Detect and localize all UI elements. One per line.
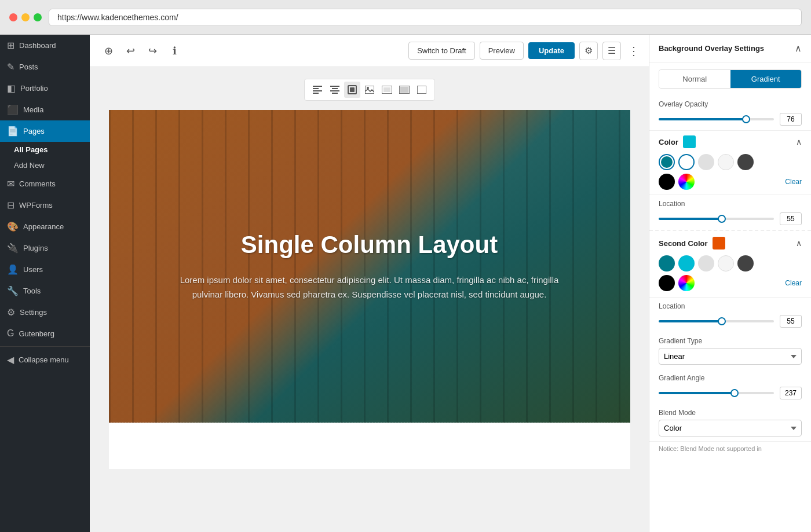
color-swatch-black[interactable] xyxy=(659,174,675,190)
right-panel: Background Overlay Settings ∧ Normal Gra… xyxy=(649,35,811,532)
second-color-location-value[interactable] xyxy=(780,315,802,328)
full-width-button[interactable] xyxy=(396,82,412,98)
svg-rect-13 xyxy=(383,87,390,92)
image-button[interactable] xyxy=(361,82,378,98)
second-color-location-section: Location xyxy=(649,297,811,332)
second-color-swatch-very-light[interactable] xyxy=(718,255,734,271)
layout-button[interactable]: ☰ xyxy=(602,42,621,60)
hero-section: Single Column Layout Lorem ipsum dolor s… xyxy=(109,110,630,423)
sidebar-sub-add-new[interactable]: Add New xyxy=(0,157,90,173)
sidebar-item-posts[interactable]: ✎ Posts xyxy=(0,56,90,78)
hero-content: Single Column Layout Lorem ipsum dolor s… xyxy=(109,110,630,423)
second-color-swatch-dark-gray[interactable] xyxy=(737,255,754,271)
sidebar-item-settings[interactable]: ⚙ Settings xyxy=(0,302,90,323)
color-collapse-button[interactable]: ∧ xyxy=(796,137,802,146)
align-left-button[interactable] xyxy=(309,82,326,98)
gradient-angle-value[interactable] xyxy=(780,387,802,399)
sidebar-item-comments[interactable]: ✉ Comments xyxy=(0,173,90,195)
tab-gradient[interactable]: Gradient xyxy=(730,70,802,88)
sidebar-item-tools[interactable]: 🔧 Tools xyxy=(0,280,90,302)
sidebar-item-plugins[interactable]: 🔌 Plugins xyxy=(0,237,90,259)
second-color-location-track[interactable] xyxy=(659,320,774,322)
gradient-angle-track[interactable] xyxy=(659,392,774,394)
undo-button[interactable]: ↩ xyxy=(121,42,140,60)
gradient-angle-thumb[interactable] xyxy=(730,389,739,397)
gradient-angle-section: Gradient Angle xyxy=(649,369,811,404)
minimal-button[interactable] xyxy=(414,82,430,98)
color-swatch-light-gray[interactable] xyxy=(698,154,714,170)
second-color-swatch-teal[interactable] xyxy=(678,255,695,271)
second-color-swatch-light-gray[interactable] xyxy=(698,255,714,271)
second-color-grid xyxy=(659,255,802,271)
svg-rect-5 xyxy=(332,88,338,89)
sidebar-item-gutenberg[interactable]: G Gutenberg xyxy=(0,323,90,344)
editor-toolbar: ⊕ ↩ ↪ ℹ Switch to Draft Preview Update ⚙… xyxy=(90,35,649,67)
dot-yellow xyxy=(21,13,30,21)
sidebar-divider xyxy=(0,346,90,347)
color-location-value[interactable] xyxy=(780,212,802,225)
toolbar-right: Switch to Draft Preview Update ⚙ ☰ ⋮ xyxy=(408,42,640,60)
color-swatch-teal-dark[interactable] xyxy=(659,154,675,170)
block-select-button[interactable] xyxy=(344,82,360,98)
second-color-swatch-rainbow[interactable] xyxy=(678,275,695,291)
overlay-opacity-track[interactable] xyxy=(659,118,774,120)
color-location-section: Location xyxy=(649,195,811,230)
second-color-location-label: Location xyxy=(659,302,802,310)
sidebar-item-portfolio[interactable]: ◧ Portfolio xyxy=(0,78,90,99)
more-options-button[interactable]: ⋮ xyxy=(628,44,640,58)
users-icon: 👤 xyxy=(7,264,19,275)
sidebar-item-label: Plugins xyxy=(23,244,48,252)
svg-rect-1 xyxy=(313,88,319,89)
redo-button[interactable]: ↪ xyxy=(143,42,162,60)
second-color-swatch-teal-dark[interactable] xyxy=(659,255,675,271)
overlay-opacity-value[interactable] xyxy=(780,113,802,126)
second-color-collapse-button[interactable]: ∧ xyxy=(796,239,802,248)
sidebar-item-dashboard[interactable]: ⊞ Dashboard xyxy=(0,35,90,56)
color-row-2-swatches xyxy=(659,174,695,190)
sidebar-item-media[interactable]: ⬛ Media xyxy=(0,99,90,120)
color-swatch-very-light[interactable] xyxy=(718,154,734,170)
second-color-swatch-black[interactable] xyxy=(659,275,675,291)
second-color-location-thumb[interactable] xyxy=(718,317,726,325)
sidebar-item-collapse[interactable]: ◀ Collapse menu xyxy=(0,349,90,370)
color-grid xyxy=(659,154,802,170)
color-location-track[interactable] xyxy=(659,218,774,220)
gradient-type-section: Gradient Type Linear Radial xyxy=(649,332,811,369)
color-location-slider-row xyxy=(659,212,802,225)
address-bar[interactable]: https://www.kadencethemes.com/ xyxy=(49,9,802,26)
overlay-opacity-thumb[interactable] xyxy=(742,115,750,123)
second-color-row-2-swatches xyxy=(659,275,695,291)
second-color-clear-link[interactable]: Clear xyxy=(785,279,802,287)
align-center-button[interactable] xyxy=(327,82,343,98)
sidebar-item-appearance[interactable]: 🎨 Appearance xyxy=(0,216,90,237)
switch-to-draft-button[interactable]: Switch to Draft xyxy=(408,42,475,60)
preview-button[interactable]: Preview xyxy=(480,42,524,60)
second-color-swatch[interactable] xyxy=(713,237,725,250)
sidebar-item-users[interactable]: 👤 Users xyxy=(0,259,90,280)
sidebar-sub-all-pages[interactable]: All Pages xyxy=(0,142,90,157)
color-swatch-rainbow[interactable] xyxy=(678,174,695,190)
tab-normal[interactable]: Normal xyxy=(659,70,730,88)
wide-width-button[interactable] xyxy=(379,82,395,98)
sidebar-item-label: Portfolio xyxy=(20,84,48,93)
media-icon: ⬛ xyxy=(7,104,19,115)
update-button[interactable]: Update xyxy=(528,42,575,59)
color-location-thumb[interactable] xyxy=(718,215,726,223)
gradient-angle-slider-row xyxy=(659,387,802,399)
wpforms-icon: ⊟ xyxy=(7,200,14,211)
blend-mode-select[interactable]: Normal Multiply Screen Overlay Color Lum… xyxy=(659,420,802,436)
comments-icon: ✉ xyxy=(7,178,14,189)
sidebar-item-wpforms[interactable]: ⊟ WPForms xyxy=(0,195,90,216)
settings-panel-button[interactable]: ⚙ xyxy=(579,42,598,60)
gradient-type-select[interactable]: Linear Radial xyxy=(659,348,802,365)
posts-icon: ✎ xyxy=(7,61,14,72)
sidebar-item-pages[interactable]: 📄 Pages xyxy=(0,120,90,142)
color-current-swatch[interactable] xyxy=(683,135,696,148)
add-block-button[interactable]: ⊕ xyxy=(99,42,118,60)
color-swatch-white[interactable] xyxy=(678,154,695,170)
color-swatch-dark-gray[interactable] xyxy=(737,154,754,170)
color-clear-link[interactable]: Clear xyxy=(785,178,802,186)
sidebar-item-label: Posts xyxy=(19,63,38,71)
info-button[interactable]: ℹ xyxy=(165,42,184,60)
panel-collapse-button[interactable]: ∧ xyxy=(795,43,802,54)
